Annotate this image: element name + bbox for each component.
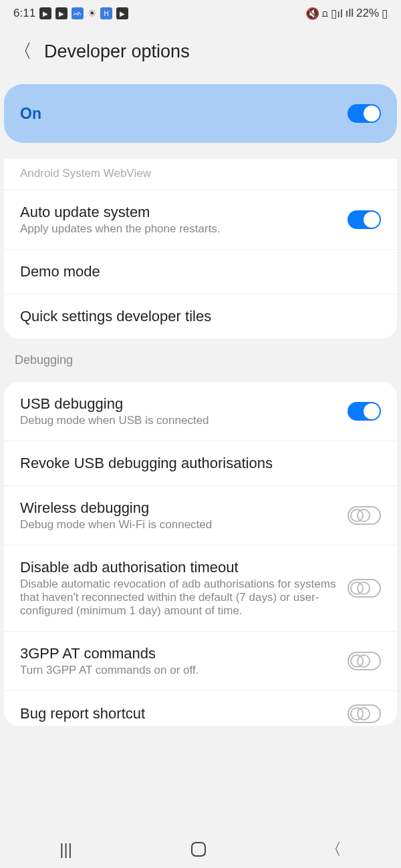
status-left: 6:11 ▶ ▶ ᨒ ☀ H ▶ [13, 7, 128, 20]
row-text: Revoke USB debugging authorisations [20, 455, 381, 472]
recents-button[interactable]: ||| [59, 840, 72, 859]
toggle-switch[interactable] [348, 652, 381, 670]
signal-icon-2: ıll [346, 7, 354, 20]
row-title: USB debugging [20, 395, 337, 413]
row-text: Disable adb authorisation timeoutDisable… [20, 559, 348, 618]
settings-card-debugging: USB debuggingDebug mode when USB is conn… [4, 382, 397, 726]
row-subtitle: Apply updates when the phone restarts. [20, 222, 337, 236]
row-demo-mode[interactable]: Demo mode [4, 250, 397, 294]
youtube-icon-2: ▶ [55, 7, 68, 19]
row-title: 3GPP AT commands [20, 645, 337, 662]
row-text: Demo mode [20, 263, 381, 280]
nav-bar: ||| 〈 [0, 831, 401, 868]
settings-card-1: Android System WebView Auto update syste… [4, 159, 397, 339]
row-text: 3GPP AT commandsTurn 3GPP AT commands on… [20, 645, 348, 677]
row-title: Bug report shortcut [20, 705, 337, 722]
row-title: Demo mode [20, 263, 370, 280]
mute-icon: 🔇 [305, 7, 319, 21]
row-disable-adb-authorisation-timeout[interactable]: Disable adb authorisation timeoutDisable… [4, 546, 397, 632]
row-subtitle: Debug mode when Wi-Fi is connected [20, 518, 337, 531]
weather-icon: ☀ [88, 7, 96, 19]
master-toggle-switch[interactable] [348, 104, 381, 123]
row-text: USB debuggingDebug mode when USB is conn… [20, 395, 348, 427]
battery-text: 22% [356, 7, 379, 20]
row-subtitle: Disable automatic revocation of adb auth… [20, 578, 337, 618]
home-button[interactable] [191, 842, 206, 857]
back-button[interactable]: 〈 [325, 839, 342, 860]
row-wireless-debugging[interactable]: Wireless debuggingDebug mode when Wi-Fi … [4, 486, 397, 546]
battery-icon: ▯ [382, 7, 388, 21]
row-3gpp-at-commands[interactable]: 3GPP AT commandsTurn 3GPP AT commands on… [4, 632, 397, 691]
row-quick-settings-developer-tiles[interactable]: Quick settings developer tiles [4, 294, 397, 339]
row-text: Wireless debuggingDebug mode when Wi-Fi … [20, 499, 348, 531]
status-right: 🔇 ⩍ ▯ıl ıll 22% ▯ [305, 7, 388, 21]
clock: 6:11 [13, 7, 35, 20]
toggle-switch[interactable] [348, 402, 381, 421]
status-bar: 6:11 ▶ ▶ ᨒ ☀ H ▶ 🔇 ⩍ ▯ıl ıll 22% ▯ [0, 0, 401, 27]
row-title: Revoke USB debugging authorisations [20, 455, 370, 472]
row-text: Auto update systemApply updates when the… [20, 204, 348, 236]
app-icon-m: ᨒ [72, 7, 84, 19]
toggle-switch[interactable] [348, 704, 381, 723]
row-auto-update-system[interactable]: Auto update systemApply updates when the… [4, 190, 397, 250]
row-bug-report-shortcut[interactable]: Bug report shortcut [4, 691, 397, 726]
toggle-switch[interactable] [348, 579, 381, 598]
row-revoke-usb-debugging-authorisations[interactable]: Revoke USB debugging authorisations [4, 441, 397, 486]
app-icon-h: H [100, 7, 112, 19]
back-icon[interactable]: 〈 [13, 39, 32, 64]
master-toggle-row[interactable]: On [4, 84, 397, 143]
row-text: Bug report shortcut [20, 705, 348, 722]
row-text: Quick settings developer tiles [20, 308, 381, 325]
row-subtitle: Debug mode when USB is connected [20, 414, 337, 427]
row-subtitle: Turn 3GPP AT commands on or off. [20, 664, 337, 677]
section-label-debugging: Debugging [0, 339, 401, 373]
signal-icon-1: ▯ıl [331, 7, 343, 21]
row-title: Disable adb authorisation timeout [20, 559, 337, 576]
row-android-webview[interactable]: Android System WebView [4, 162, 397, 190]
toggle-switch[interactable] [348, 506, 381, 525]
row-title: Quick settings developer tiles [20, 308, 370, 325]
row-title: Auto update system [20, 204, 337, 221]
header: 〈 Developer options [0, 27, 401, 84]
youtube-icon-3: ▶ [116, 7, 128, 19]
row-usb-debugging[interactable]: USB debuggingDebug mode when USB is conn… [4, 382, 397, 441]
master-toggle-label: On [20, 105, 41, 123]
row-title: Wireless debugging [20, 499, 337, 517]
youtube-icon: ▶ [39, 7, 51, 19]
page-title: Developer options [44, 41, 190, 62]
wifi-icon: ⩍ [322, 7, 328, 20]
toggle-switch[interactable] [348, 210, 381, 229]
